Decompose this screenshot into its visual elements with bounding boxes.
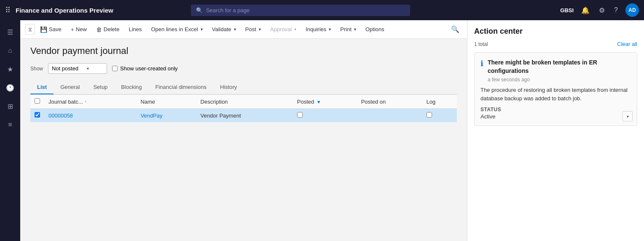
th-journal-batch-label: Journal batc...	[48, 99, 83, 105]
delete-icon: 🗑	[96, 26, 102, 33]
settings-button[interactable]: ⚙	[597, 5, 606, 16]
notification-time: a few seconds ago	[488, 77, 631, 83]
sort-asc-icon[interactable]: ↑	[85, 99, 87, 104]
link-journal-batch[interactable]: 00000058	[48, 112, 73, 119]
clock-icon[interactable]: 🕐	[2, 79, 19, 96]
notification-title: There might be broken templates in ER co…	[488, 59, 631, 75]
toolbar-search-button[interactable]: 🔍	[448, 23, 462, 36]
tabs: ListGeneralSetupBlockingFinancial dimens…	[30, 80, 457, 94]
action-center-panel: Action center 1 total Clear all ℹ There …	[467, 20, 644, 241]
save-icon: 💾	[40, 26, 47, 33]
data-table: Journal batc... ↑ Name Description Poste…	[30, 95, 457, 123]
search-bar: 🔍	[191, 5, 410, 16]
app-grid-icon[interactable]: ⠿	[5, 5, 11, 15]
cell-posted-on	[357, 109, 422, 123]
row-checkbox[interactable]	[35, 112, 40, 118]
show-select-value: Not posted	[52, 65, 78, 72]
th-posted-on: Posted on	[357, 95, 422, 109]
tab-list[interactable]: List	[30, 80, 54, 94]
top-nav-right: GBSI 🔔 ⚙ ? AD	[560, 3, 639, 17]
hamburger-icon[interactable]: ☰	[2, 24, 19, 40]
search-icon: 🔍	[196, 7, 203, 13]
print-button[interactable]: Print ▾	[336, 24, 360, 35]
toolbar: ⧖ 💾 Save + New 🗑 Delete Lines Open lines…	[20, 20, 467, 39]
cell-log	[422, 109, 457, 123]
table-scroll-container[interactable]: Journal batc... ↑ Name Description Poste…	[30, 94, 457, 123]
th-posted: Posted ▼	[293, 95, 357, 109]
select-all-checkbox[interactable]	[35, 98, 40, 104]
page-title: Vendor payment journal	[30, 46, 457, 56]
main-area: ⧖ 💾 Save + New 🗑 Delete Lines Open lines…	[20, 20, 467, 241]
new-button[interactable]: + New	[67, 24, 91, 35]
delete-button[interactable]: 🗑 Delete	[92, 24, 124, 35]
filter-button[interactable]: ⧖	[25, 24, 35, 35]
notification-card: ℹ There might be broken templates in ER …	[474, 52, 637, 126]
cell-name[interactable]: VendPay	[136, 109, 196, 123]
table-body: 00000058VendPayVendor Payment	[30, 109, 457, 123]
validate-button[interactable]: Validate ▾	[208, 24, 240, 35]
list-view-icon[interactable]: ≡	[2, 116, 19, 133]
status-row: STATUS Active	[480, 107, 631, 120]
tab-setup[interactable]: Setup	[86, 80, 114, 94]
top-nav: ⠿ Finance and Operations Preview 🔍 GBSI …	[0, 0, 644, 20]
new-icon: +	[71, 26, 74, 33]
print-chevron-icon: ▾	[354, 27, 356, 32]
show-select[interactable]: Not posted ▾	[48, 63, 107, 74]
sidebar-icons: ☰ ⌂ ★ 🕐 ⊞ ≡	[0, 20, 20, 241]
tab-financial-dimensions[interactable]: Financial dimensions	[149, 80, 213, 94]
th-name: Name	[136, 95, 196, 109]
tab-blocking[interactable]: Blocking	[114, 80, 148, 94]
cell-posted	[293, 109, 357, 123]
info-icon: ℹ	[480, 59, 483, 83]
action-total-row: 1 total Clear all	[474, 41, 637, 47]
tab-history[interactable]: History	[213, 80, 244, 94]
status-value: Active	[480, 113, 631, 120]
posted-checkbox[interactable]	[297, 112, 303, 118]
inquiries-button[interactable]: Inquiries ▾	[301, 24, 335, 35]
show-user-created-checkbox-row[interactable]: Show user-created only	[112, 65, 178, 72]
action-total-count: 1 total	[474, 41, 488, 47]
show-label: Show	[30, 66, 43, 72]
clear-all-button[interactable]: Clear all	[617, 41, 637, 47]
approval-chevron-icon: ▾	[294, 27, 296, 32]
th-description: Description	[196, 95, 293, 109]
log-checkbox[interactable]	[427, 112, 432, 118]
help-button[interactable]: ?	[612, 5, 620, 16]
notification-header: ℹ There might be broken templates in ER …	[480, 59, 631, 83]
tab-general[interactable]: General	[54, 80, 86, 94]
th-log: Log	[422, 95, 457, 109]
row-checkbox-cell	[30, 109, 44, 123]
inquiries-chevron-icon: ▾	[329, 27, 331, 32]
grid-view-icon[interactable]: ⊞	[2, 98, 19, 115]
post-chevron-icon: ▾	[259, 27, 261, 32]
post-button[interactable]: Post ▾	[241, 24, 265, 35]
status-label: STATUS	[480, 107, 631, 112]
approval-button[interactable]: Approval ▾	[266, 24, 301, 35]
notification-body: The procedure of restoring all broken te…	[480, 86, 631, 102]
th-journal-batch: Journal batc... ↑	[44, 95, 136, 109]
table-row[interactable]: 00000058VendPayVendor Payment	[30, 109, 457, 123]
options-button[interactable]: Options	[361, 24, 389, 35]
save-button[interactable]: 💾 Save	[36, 24, 66, 35]
search-input[interactable]	[206, 7, 405, 13]
show-user-created-label: Show user-created only	[120, 65, 178, 72]
collapse-notification-button[interactable]: ▾	[623, 111, 633, 121]
lines-button[interactable]: Lines	[124, 24, 146, 35]
open-lines-button[interactable]: Open lines in Excel ▾	[147, 24, 207, 35]
cell-journal-batch[interactable]: 00000058	[44, 109, 136, 123]
org-label: GBSI	[560, 7, 574, 13]
th-checkbox	[30, 95, 44, 109]
page-content: Vendor payment journal Show Not posted ▾…	[20, 39, 467, 241]
layout: ☰ ⌂ ★ 🕐 ⊞ ≡ ⧖ 💾 Save + New 🗑 Delete Line…	[0, 20, 644, 241]
notifications-button[interactable]: 🔔	[580, 5, 591, 16]
avatar[interactable]: AD	[625, 3, 639, 17]
show-select-chevron-icon: ▾	[87, 66, 89, 71]
posted-filter-icon[interactable]: ▼	[317, 99, 321, 104]
home-icon[interactable]: ⌂	[2, 42, 19, 59]
link-name[interactable]: VendPay	[140, 112, 162, 119]
table-header: Journal batc... ↑ Name Description Poste…	[30, 95, 457, 109]
star-icon[interactable]: ★	[2, 61, 19, 78]
app-title: Finance and Operations Preview	[16, 7, 113, 14]
show-user-created-checkbox[interactable]	[112, 66, 118, 71]
cell-description: Vendor Payment	[196, 109, 293, 123]
